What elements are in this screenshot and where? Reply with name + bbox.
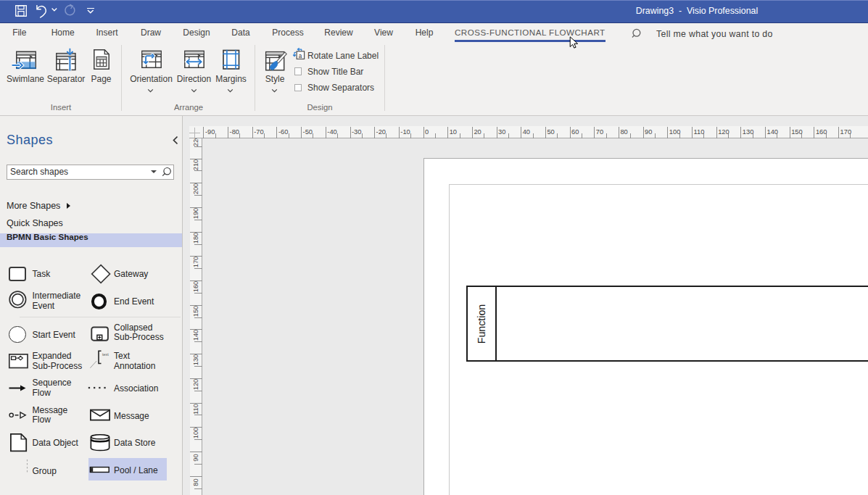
svg-text:a: a [299, 53, 302, 59]
svg-text:text: text [102, 352, 109, 357]
